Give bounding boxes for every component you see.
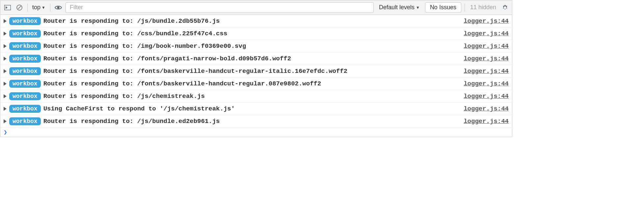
log-message: Router is responding to: /fonts/baskervi… xyxy=(43,68,461,75)
log-source-link[interactable]: logger.js:44 xyxy=(464,118,509,125)
log-message: Router is responding to: /fonts/pragati-… xyxy=(43,55,461,62)
svg-point-4 xyxy=(57,6,59,9)
chevron-down-icon: ▼ xyxy=(416,5,420,10)
levels-label: Default levels xyxy=(379,4,415,11)
log-message: Router is responding to: /js/bundle.2db5… xyxy=(43,17,461,25)
context-selector[interactable]: top ▼ xyxy=(31,4,47,11)
issues-button[interactable]: No Issues xyxy=(425,2,461,13)
log-row: workboxRouter is responding to: /fonts/b… xyxy=(0,77,512,90)
separator xyxy=(465,4,465,12)
expand-icon[interactable] xyxy=(4,32,7,36)
settings-icon[interactable] xyxy=(501,3,509,12)
toggle-drawer-icon[interactable] xyxy=(3,3,12,12)
workbox-badge: workbox xyxy=(9,92,41,100)
console-prompt[interactable]: ❯ xyxy=(0,128,512,137)
log-message: Router is responding to: /css/bundle.225… xyxy=(43,30,461,37)
workbox-badge: workbox xyxy=(9,30,41,38)
expand-icon[interactable] xyxy=(4,82,7,86)
log-row: workboxRouter is responding to: /js/bund… xyxy=(0,15,512,27)
expand-icon[interactable] xyxy=(4,69,7,73)
clear-console-icon[interactable] xyxy=(15,3,24,12)
log-levels-selector[interactable]: Default levels ▼ xyxy=(376,4,422,11)
log-row: workboxRouter is responding to: /js/bund… xyxy=(0,115,512,128)
filter-input[interactable] xyxy=(66,2,374,13)
workbox-badge: workbox xyxy=(9,105,41,113)
log-source-link[interactable]: logger.js:44 xyxy=(464,105,509,112)
log-row: workboxRouter is responding to: /img/boo… xyxy=(0,40,512,52)
workbox-badge: workbox xyxy=(9,17,41,25)
log-source-link[interactable]: logger.js:44 xyxy=(464,68,509,75)
workbox-badge: workbox xyxy=(9,42,41,50)
expand-icon[interactable] xyxy=(4,19,7,23)
log-source-link[interactable]: logger.js:44 xyxy=(464,93,509,100)
log-row: workboxUsing CacheFirst to respond to '/… xyxy=(0,103,512,115)
chevron-down-icon: ▼ xyxy=(41,5,45,10)
console-toolbar: top ▼ Default levels ▼ No Issues 11 hidd… xyxy=(0,0,512,15)
log-source-link[interactable]: logger.js:44 xyxy=(464,55,509,62)
log-row: workboxRouter is responding to: /fonts/b… xyxy=(0,65,512,77)
log-source-link[interactable]: logger.js:44 xyxy=(464,43,509,50)
console-log-list: workboxRouter is responding to: /js/bund… xyxy=(0,15,512,128)
context-label: top xyxy=(32,4,40,11)
separator xyxy=(27,4,28,12)
log-source-link[interactable]: logger.js:44 xyxy=(464,80,509,87)
log-row: workboxRouter is responding to: /fonts/p… xyxy=(0,52,512,65)
workbox-badge: workbox xyxy=(9,117,41,125)
expand-icon[interactable] xyxy=(4,94,7,98)
log-source-link[interactable]: logger.js:44 xyxy=(464,17,509,25)
log-message: Router is responding to: /img/book-numbe… xyxy=(43,43,461,50)
separator xyxy=(50,4,50,12)
live-expression-icon[interactable] xyxy=(54,3,63,12)
log-row: workboxRouter is responding to: /js/chem… xyxy=(0,90,512,103)
log-row: workboxRouter is responding to: /css/bun… xyxy=(0,27,512,40)
expand-icon[interactable] xyxy=(4,119,7,123)
log-source-link[interactable]: logger.js:44 xyxy=(464,30,509,37)
log-message: Router is responding to: /js/bundle.ed2e… xyxy=(43,118,461,125)
log-message: Router is responding to: /fonts/baskervi… xyxy=(43,80,461,87)
expand-icon[interactable] xyxy=(4,44,7,48)
log-message: Router is responding to: /js/chemistreak… xyxy=(43,93,461,100)
svg-marker-1 xyxy=(6,6,8,9)
workbox-badge: workbox xyxy=(9,55,41,63)
svg-line-3 xyxy=(18,6,21,9)
workbox-badge: workbox xyxy=(9,67,41,75)
expand-icon[interactable] xyxy=(4,107,7,111)
expand-icon[interactable] xyxy=(4,57,7,61)
log-message: Using CacheFirst to respond to '/js/chem… xyxy=(43,105,461,112)
workbox-badge: workbox xyxy=(9,80,41,88)
hidden-count[interactable]: 11 hidden xyxy=(468,4,498,11)
chevron-right-icon: ❯ xyxy=(4,129,7,136)
